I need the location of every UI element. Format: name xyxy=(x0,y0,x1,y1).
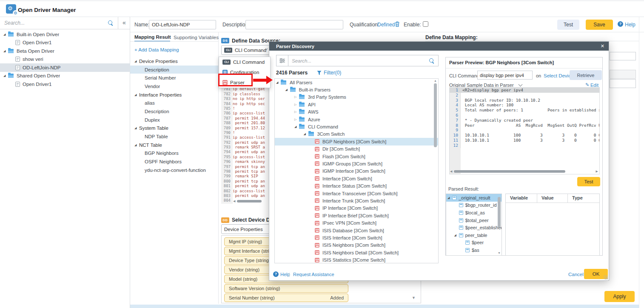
caret-icon[interactable]: ◢ xyxy=(304,132,308,136)
filter-link[interactable]: Filter(0) xyxy=(324,70,341,76)
parser-tree-item-flash-3com-switch[interactable]: Flash [3Com Switch] xyxy=(275,153,438,160)
mapping-group-device-properties[interactable]: ◢Device Properties xyxy=(130,57,218,66)
parser-tree-item-isis-interface-3com-switch[interactable]: ISIS Interface [3Com Switch] xyxy=(275,234,438,241)
name-field[interactable] xyxy=(149,20,216,29)
trash-icon[interactable] xyxy=(395,21,400,27)
result-var-bgp-router-id[interactable]: $bgp_router_id xyxy=(446,202,502,209)
mapping-item-ospf-neighbors[interactable]: OSPF Neighbors xyxy=(130,157,218,166)
enable-checkbox[interactable] xyxy=(423,21,428,27)
parser-tree-item-igmp-groups-3com-switch[interactable]: IGMP Groups [3Com Switch] xyxy=(275,160,438,167)
parser-tree-item-ipsec-vpn-3com-switch[interactable]: IPsec VPN [3Com Switch] xyxy=(275,219,438,226)
request-assistance-link[interactable]: Request Assistance xyxy=(293,272,334,277)
cli-command-input[interactable] xyxy=(477,71,533,80)
parser-tree-item-interface-3com-switch[interactable]: Interface [3Com Switch] xyxy=(275,175,438,182)
cancel-button[interactable]: Cancel xyxy=(568,272,584,277)
description-field[interactable] xyxy=(245,20,343,29)
mapping-item-alias[interactable]: alias xyxy=(130,99,218,107)
parser-tree-item-azure[interactable]: ▷Azure xyxy=(275,116,438,123)
parser-tree-item-bgp-neighbors-3com-switch[interactable]: BGP Neighbors [3Com Switch] xyxy=(275,138,438,145)
caret-icon[interactable]: ◢ xyxy=(294,125,299,129)
data-source-select[interactable]: CLI CLI Command xyxy=(221,45,270,55)
mapping-item-duplex[interactable]: Duplex xyxy=(130,116,218,124)
mapping-item-serial-number[interactable]: Serial Number xyxy=(130,74,218,82)
parser-tree-item-ip-interface-brief-3com-switch[interactable]: IP Interface Brief [3Com Switch] xyxy=(275,212,438,219)
parser-tree-item-igmp-interface-3com-switch[interactable]: IGMP Interface [3Com Switch] xyxy=(275,168,438,175)
result-var-peer-table[interactable]: ◢peer_table xyxy=(446,231,502,239)
caret-icon[interactable]: ◢ xyxy=(454,233,459,237)
device-data-pill-serial-number-string[interactable]: Serial Number (string)Added xyxy=(224,294,348,302)
result-var-msgrcvd[interactable]: $msgrcvd xyxy=(446,254,502,256)
parser-tree-item-3com-switch[interactable]: ◢3Com Switch xyxy=(275,131,438,138)
caret-icon[interactable]: ◢ xyxy=(3,49,8,53)
sidebar-collapse-button[interactable]: « xyxy=(118,17,130,29)
mapping-group-interface-properties[interactable]: ◢Interface Properties xyxy=(130,91,218,99)
tab-mapping-result[interactable]: Mapping Result xyxy=(134,34,171,40)
configuration-code-editor[interactable]: 780!781ip default-gat782ip classless783n… xyxy=(221,82,270,204)
sidebar-item-shared-open-driver[interactable]: ◢Shared Open Driver xyxy=(0,72,130,80)
mapping-item-ydu-nct-arp-convert-function[interactable]: ydu-nct-arp-convert-function xyxy=(130,166,218,174)
sidebar-item-beta-open-driver[interactable]: ◢Beta Open Driver xyxy=(0,47,130,55)
search-icon[interactable] xyxy=(429,58,435,64)
caret-icon[interactable]: ◢ xyxy=(134,143,139,147)
add-data-mapping-link[interactable]: + Add Data Mapping xyxy=(134,47,179,52)
caret-icon[interactable]: ◢ xyxy=(134,93,139,97)
search-icon[interactable] xyxy=(108,20,114,26)
mapping-group-nct-table[interactable]: ◢NCT Table xyxy=(130,141,218,149)
parser-tree-item-ip-interface-3com-switch[interactable]: IP Interface [3Com Switch] xyxy=(275,205,438,212)
result-tree-scrollbar[interactable]: ▼ xyxy=(497,194,501,255)
help-icon[interactable]: ? xyxy=(618,21,623,27)
parser-tree-item-isis-database-3com-switch[interactable]: ISIS Database [3Com Switch] xyxy=(275,227,438,234)
result-var-original-result[interactable]: ◢_original_result xyxy=(446,194,502,202)
mapping-item-vendor[interactable]: Vendor xyxy=(130,82,218,91)
sample-horizontal-scrollbar[interactable]: ◀ ▶ xyxy=(450,169,598,174)
parser-tree-item-cli-command[interactable]: ◢CLI Command xyxy=(275,123,438,130)
mapping-group-system-table[interactable]: ◢System Table xyxy=(130,124,218,133)
parser-tree-item-isis-neighbors-3com-switch[interactable]: ISIS Neighbors [3Com Switch] xyxy=(275,242,438,249)
menu-item-cli-command[interactable]: CLICLI Command xyxy=(219,57,270,67)
select-device-link[interactable]: Select Device xyxy=(544,73,573,78)
sample-data-viewer[interactable]: 1<R2>display bgp peer ipv423 BGP local r… xyxy=(449,87,600,174)
qualification-defined-link[interactable]: Defined xyxy=(377,22,395,28)
retrieve-button[interactable]: Retrieve xyxy=(570,70,602,80)
parser-tree-item-interface-trunk-3com-switch[interactable]: Interface Trunk [3Com Switch] xyxy=(275,197,438,204)
resize-grip[interactable] xyxy=(604,275,608,279)
scroll-down-icon[interactable]: ▼ xyxy=(412,296,416,300)
result-var-total-peer[interactable]: $total_peer xyxy=(446,217,502,224)
result-var-local-as[interactable]: $local_as xyxy=(446,209,502,217)
test-parser-button[interactable]: Test xyxy=(577,177,600,186)
save-button[interactable]: Save xyxy=(586,20,613,30)
parser-tree-item-3rd-party-systems[interactable]: ▷3rd Party Systems xyxy=(275,94,438,101)
caret-icon[interactable]: ◢ xyxy=(3,74,8,78)
mapping-item-bgp-neighbors[interactable]: BGP Neighbors xyxy=(130,149,218,158)
parser-tree-item-isis-statistics-3come-switch[interactable]: ISIS Statistics [3Come Switch] xyxy=(275,256,438,263)
parser-search-input[interactable] xyxy=(288,58,429,63)
mapping-item-description[interactable]: Description xyxy=(130,107,218,116)
parser-tree-item-interface-transceiver-3com-switch[interactable]: Interface Transceiver [3Com Switch] xyxy=(275,190,438,197)
mapping-field-2[interactable] xyxy=(610,79,636,88)
test-button[interactable]: Test xyxy=(557,20,579,30)
caret-icon[interactable]: ▷ xyxy=(294,103,299,107)
parser-tree-scrollbar[interactable]: ▲ xyxy=(433,79,437,262)
sidebar-item-open-driver1[interactable]: Open Driver1 xyxy=(0,39,130,47)
help-icon[interactable]: ? xyxy=(273,271,279,277)
filter-funnel-icon[interactable] xyxy=(317,71,322,75)
result-var-as[interactable]: $as xyxy=(446,246,502,254)
parser-tree-item-aws[interactable]: ▷AWS xyxy=(275,108,438,116)
tab-supporting-variables[interactable]: Supporting Variables xyxy=(174,35,219,40)
caret-icon[interactable]: ◢ xyxy=(134,59,139,63)
mapping-field-1[interactable] xyxy=(610,52,636,60)
sidebar-item-built-in-open-driver[interactable]: ◢Built-in Open Driver xyxy=(0,30,130,39)
parser-tree-item-all-parsers[interactable]: ◢All Parsers xyxy=(275,79,438,86)
mapping-item-ndp-table[interactable]: NDP Table xyxy=(130,132,218,141)
sidebar-item-od-leftjoin-ndp[interactable]: OD-LeftJoin-NDP xyxy=(0,63,130,72)
caret-icon[interactable]: ◢ xyxy=(447,196,452,200)
caret-icon[interactable]: ◢ xyxy=(3,32,8,37)
chevron-down-icon[interactable] xyxy=(519,83,523,87)
sidebar-item-open-driver1[interactable]: Open Driver1 xyxy=(0,80,130,88)
dialog-header[interactable]: Parser Discovery ✕ xyxy=(269,42,609,51)
result-var-peer[interactable]: $peer xyxy=(446,239,502,247)
help-link[interactable]: Help xyxy=(625,22,635,28)
editor-horizontal-scrollbar[interactable]: ◀ xyxy=(233,199,269,203)
parser-tree-item-built-in-parsers[interactable]: ◢Built-in Parsers xyxy=(275,86,438,93)
close-icon[interactable]: ✕ xyxy=(601,43,604,49)
